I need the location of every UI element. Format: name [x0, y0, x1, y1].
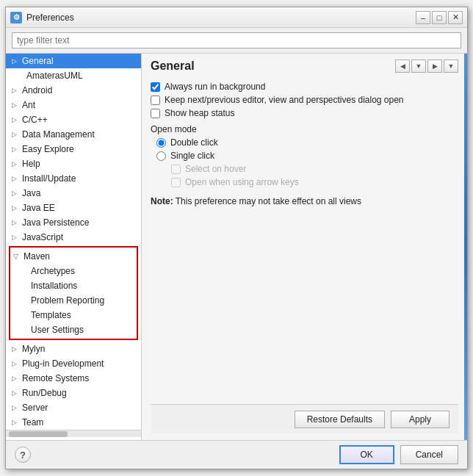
title-bar: ⚙ Preferences – □ ✕	[6, 7, 467, 28]
sidebar-item-label: Remote Systems	[22, 373, 138, 383]
sidebar-item-label: Installations	[31, 281, 77, 291]
single-click-row: Single click	[151, 151, 458, 161]
sidebar-item-run-debug[interactable]: ▷ Run/Debug	[6, 386, 141, 400]
sidebar-item-label: Templates	[31, 310, 71, 320]
single-click-radio[interactable]	[156, 151, 166, 161]
sidebar-item-easy-explore[interactable]: ▷ Easy Explore	[6, 142, 141, 156]
sidebar-item-label: Plug-in Development	[22, 358, 138, 369]
sidebar-item-templates[interactable]: Templates	[10, 308, 137, 322]
restore-defaults-button[interactable]: Restore Defaults	[295, 411, 385, 428]
sidebar-item-label: Java EE	[22, 203, 138, 213]
help-button[interactable]: ?	[15, 447, 31, 463]
sidebar-item-server[interactable]: ▷ Server	[6, 400, 141, 415]
sidebar-item-android[interactable]: ▷ Android	[6, 83, 141, 98]
close-button[interactable]: ✕	[448, 11, 463, 24]
always-run-label[interactable]: Always run in background	[165, 82, 265, 92]
arrow-icon: ▷	[12, 360, 22, 367]
sidebar-item-plugin-dev[interactable]: ▷ Plug-in Development	[6, 356, 141, 371]
arrow-icon: ▷	[12, 219, 22, 226]
arrow-icon: ▷	[12, 101, 22, 109]
ok-button[interactable]: OK	[339, 445, 394, 464]
show-heap-row: Show heap status	[151, 108, 458, 118]
sidebar-item-java[interactable]: ▷ Java	[6, 186, 141, 201]
sidebar-item-label: Archetypes	[31, 266, 75, 276]
sidebar-item-label: Run/Debug	[22, 388, 138, 398]
sidebar-item-help[interactable]: ▷ Help	[6, 156, 141, 171]
show-heap-checkbox[interactable]	[151, 109, 160, 118]
sidebar-item-data-management[interactable]: ▷ Data Management	[6, 127, 141, 142]
arrow-icon: ▷	[12, 375, 22, 382]
double-click-radio[interactable]	[156, 138, 166, 148]
sidebar-item-problem-reporting[interactable]: Problem Reporting	[10, 293, 137, 308]
select-hover-checkbox[interactable]	[171, 165, 181, 174]
minimize-button[interactable]: –	[416, 11, 430, 24]
panel-title: General	[151, 60, 195, 73]
note-bold: Note:	[151, 196, 173, 206]
main-content: ▷ General AmaterasUML ▷ Android ▷ Ant ▷ …	[6, 54, 467, 440]
open-arrow-row: Open when using arrow keys	[171, 177, 458, 187]
search-bar	[6, 28, 467, 54]
scrollbar-thumb[interactable]	[9, 431, 68, 437]
open-mode-label: Open mode	[151, 124, 458, 134]
sidebar-item-maven[interactable]: ▽ Maven	[10, 249, 137, 264]
double-click-label[interactable]: Double click	[170, 137, 218, 148]
sidebar-item-remote-systems[interactable]: ▷ Remote Systems	[6, 371, 141, 386]
arrow-icon: ▷	[12, 204, 22, 212]
sub-options: Select on hover Open when using arrow ke…	[151, 164, 458, 187]
arrow-icon: ▷	[12, 234, 22, 241]
sidebar-item-ant[interactable]: ▷ Ant	[6, 98, 141, 112]
sidebar-item-amaterasuml[interactable]: AmaterasUML	[6, 68, 141, 83]
double-click-row: Double click	[151, 137, 458, 148]
sidebar-item-label: Java	[22, 188, 138, 198]
arrow-icon: ▷	[12, 160, 22, 167]
sidebar-item-label: C/C++	[22, 115, 138, 125]
nav-forward-button[interactable]: ▶	[427, 60, 442, 73]
sidebar-item-label: Maven	[24, 251, 50, 262]
sidebar-scrollbar-horizontal[interactable]	[6, 430, 141, 437]
sidebar-item-archetypes[interactable]: Archetypes	[10, 264, 137, 278]
arrow-icon: ▷	[12, 145, 22, 153]
bottom-bar: Restore Defaults Apply	[151, 404, 458, 434]
sidebar-item-team[interactable]: ▷ Team	[6, 415, 141, 430]
footer-buttons: OK Cancel	[339, 445, 458, 464]
always-run-checkbox[interactable]	[151, 82, 160, 92]
accent-stripe	[464, 54, 467, 440]
single-click-label[interactable]: Single click	[170, 151, 214, 161]
right-panel: General ◀ ▼ ▶ ▼ Always run in background	[142, 54, 467, 440]
sidebar-item-user-settings[interactable]: User Settings	[10, 322, 137, 337]
select-hover-label: Select on hover	[185, 164, 246, 174]
select-hover-row: Select on hover	[171, 164, 458, 174]
window-controls: – □ ✕	[416, 11, 463, 24]
nav-forward-dropdown-button[interactable]: ▼	[444, 60, 458, 73]
search-input[interactable]	[12, 32, 461, 48]
open-arrow-label: Open when using arrow keys	[185, 177, 299, 187]
nav-back-button[interactable]: ◀	[395, 60, 410, 73]
sidebar-item-install-update[interactable]: ▷ Install/Update	[6, 171, 141, 186]
sidebar-item-general[interactable]: ▷ General	[6, 54, 141, 68]
sidebar-item-cpp[interactable]: ▷ C/C++	[6, 112, 141, 127]
sidebar-item-label: Team	[22, 417, 138, 428]
maximize-button[interactable]: □	[432, 11, 447, 24]
arrow-icon: ▷	[12, 116, 22, 123]
sidebar-item-java-persistence[interactable]: ▷ Java Persistence	[6, 215, 141, 230]
nav-dropdown-button[interactable]: ▼	[411, 60, 426, 73]
apply-button[interactable]: Apply	[391, 411, 449, 428]
preferences-dialog: ⚙ Preferences – □ ✕ ▷ General AmaterasUM…	[5, 7, 468, 469]
sidebar: ▷ General AmaterasUML ▷ Android ▷ Ant ▷ …	[6, 54, 142, 440]
arrow-icon: ▷	[12, 87, 22, 94]
sidebar-item-javascript[interactable]: ▷ JavaScript	[6, 230, 141, 245]
sidebar-item-installations[interactable]: Installations	[10, 278, 137, 293]
footer-bar: ? OK Cancel	[6, 440, 467, 469]
open-arrow-checkbox[interactable]	[171, 178, 181, 187]
keep-next-prev-row: Keep next/previous editor, view and pers…	[151, 95, 458, 105]
sidebar-item-mylyn[interactable]: ▷ Mylyn	[6, 342, 141, 356]
sidebar-item-java-ee[interactable]: ▷ Java EE	[6, 201, 141, 215]
arrow-icon: ▷	[12, 175, 22, 182]
note-row: Note: This preference may not take effec…	[151, 196, 458, 206]
arrow-icon: ▷	[12, 131, 22, 138]
keep-next-prev-label[interactable]: Keep next/previous editor, view and pers…	[165, 95, 404, 105]
show-heap-label[interactable]: Show heap status	[165, 108, 234, 118]
cancel-button[interactable]: Cancel	[400, 445, 458, 464]
note-text: This preference may not take effect on a…	[173, 196, 361, 206]
keep-next-prev-checkbox[interactable]	[151, 95, 160, 105]
